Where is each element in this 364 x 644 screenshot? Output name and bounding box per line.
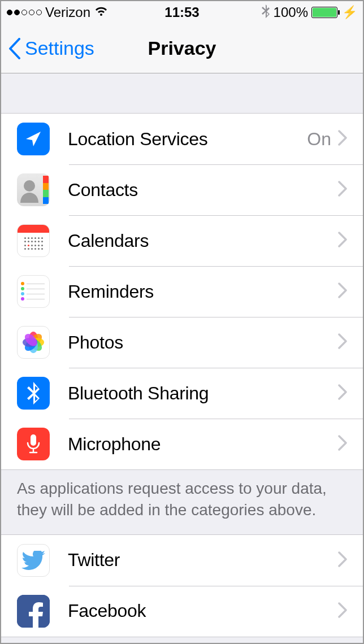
row-label: Contacts: [68, 180, 338, 201]
calendars-icon: [17, 224, 50, 257]
chevron-right-icon: [338, 232, 347, 250]
row-label: Reminders: [68, 281, 338, 302]
contacts-icon: [17, 173, 50, 206]
svg-rect-9: [31, 434, 36, 446]
location-icon: [17, 123, 50, 155]
row-reminders[interactable]: Reminders: [1, 266, 363, 317]
status-bar: Verizon 11:53 100% ⚡: [1, 1, 363, 24]
row-twitter[interactable]: Twitter: [1, 535, 363, 586]
chevron-right-icon: [338, 435, 347, 453]
chevron-right-icon: [338, 384, 347, 402]
bluetooth-status-icon: [261, 3, 270, 21]
microphone-icon: [17, 428, 50, 460]
wifi-icon: [94, 5, 109, 20]
chevron-right-icon: [338, 282, 347, 301]
nav-bar: Settings Privacy: [1, 24, 363, 73]
clock: 11:53: [164, 5, 199, 20]
charging-icon: ⚡: [342, 5, 357, 20]
row-contacts[interactable]: Contacts: [1, 164, 363, 215]
battery-percent: 100%: [274, 5, 308, 20]
signal-strength-icon: [7, 10, 42, 15]
reminders-icon: [17, 275, 50, 308]
social-list: Twitter Facebook: [1, 534, 363, 637]
row-label: Bluetooth Sharing: [68, 383, 338, 404]
chevron-right-icon: [338, 333, 347, 351]
row-photos[interactable]: Photos: [1, 317, 363, 368]
carrier-label: Verizon: [45, 5, 90, 20]
chevron-right-icon: [338, 551, 347, 569]
chevron-right-icon: [338, 602, 347, 620]
screen: Verizon 11:53 100% ⚡ Settings Privacy: [0, 0, 364, 644]
privacy-list: Location Services On Contacts Calendars: [1, 113, 363, 470]
bluetooth-icon: [17, 377, 50, 410]
section-footer: As applications request access to your d…: [1, 470, 363, 534]
row-calendars[interactable]: Calendars: [1, 215, 363, 266]
row-label: Twitter: [68, 550, 338, 571]
battery-icon: [311, 7, 337, 18]
back-button[interactable]: Settings: [1, 37, 94, 59]
chevron-left-icon: [8, 38, 21, 59]
status-right: 100% ⚡: [261, 3, 357, 21]
row-microphone[interactable]: Microphone: [1, 419, 363, 469]
facebook-icon: [17, 595, 50, 628]
status-left: Verizon: [7, 5, 109, 20]
row-label: Calendars: [68, 230, 338, 251]
section-gap: [1, 73, 363, 113]
chevron-right-icon: [338, 130, 347, 148]
chevron-right-icon: [338, 181, 347, 199]
page-title: Privacy: [148, 37, 216, 59]
row-location-services[interactable]: Location Services On: [1, 114, 363, 164]
row-value: On: [307, 129, 331, 150]
svg-point-0: [24, 180, 35, 192]
row-label: Facebook: [68, 601, 338, 621]
row-label: Photos: [68, 332, 338, 353]
row-facebook[interactable]: Facebook: [1, 586, 363, 637]
twitter-icon: [17, 544, 50, 577]
back-label: Settings: [25, 37, 94, 59]
row-label: Location Services: [68, 129, 307, 150]
row-label: Microphone: [68, 434, 338, 455]
photos-icon: [17, 326, 50, 359]
row-bluetooth-sharing[interactable]: Bluetooth Sharing: [1, 368, 363, 419]
